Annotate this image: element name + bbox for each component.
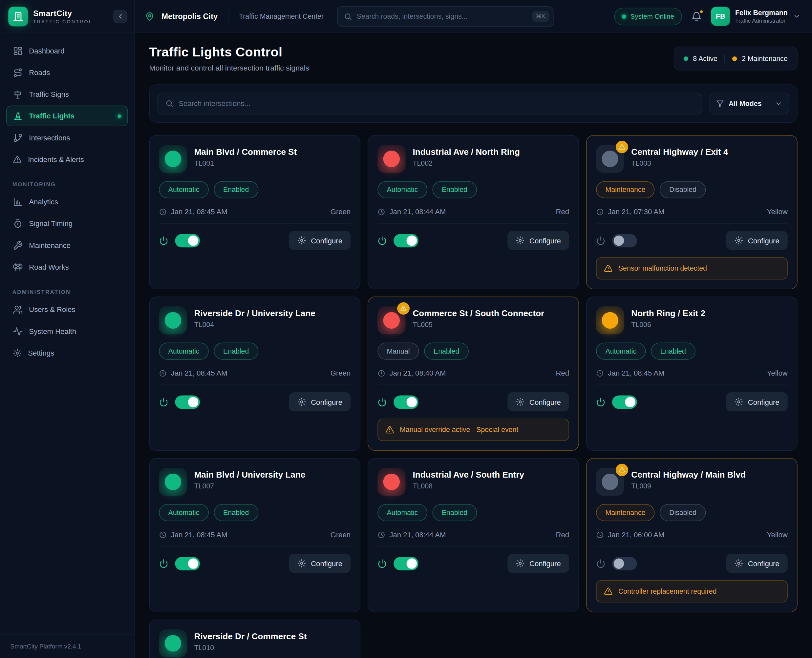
sidebar-item-signal-timing[interactable]: Signal Timing: [6, 213, 128, 234]
alert-text: Manual override active - Special event: [400, 426, 518, 434]
global-search[interactable]: ⌘K: [337, 6, 554, 27]
sidebar-item-road-works[interactable]: Road Works: [6, 257, 128, 277]
power-icon: [159, 236, 168, 245]
system-status-badge: System Online: [614, 8, 682, 25]
sidebar-collapse-button[interactable]: [113, 9, 127, 23]
signal-id: TL001: [194, 160, 297, 167]
sidebar-item-settings[interactable]: Settings: [6, 343, 128, 363]
gear-icon: [516, 398, 525, 406]
clock-icon: [596, 208, 604, 216]
current-light-label: Red: [556, 369, 569, 377]
power-toggle[interactable]: [175, 233, 200, 247]
alert-icon: [13, 155, 22, 164]
power-toggle[interactable]: [394, 233, 418, 247]
card-divider: [596, 384, 788, 385]
sidebar-item-analytics[interactable]: Analytics: [6, 191, 128, 212]
sidebar-item-roads[interactable]: Roads: [6, 62, 128, 83]
configure-button[interactable]: Configure: [508, 554, 569, 573]
chevron-down-icon: [793, 13, 801, 20]
configure-button[interactable]: Configure: [726, 231, 788, 250]
configure-button[interactable]: Configure: [508, 392, 569, 411]
chevron-down-icon: [774, 100, 782, 108]
sidebar-item-system-health[interactable]: System Health: [6, 321, 128, 342]
sidebar-item-traffic-lights[interactable]: Traffic Lights: [6, 106, 128, 126]
configure-button[interactable]: Configure: [726, 554, 788, 573]
power-toggle[interactable]: [175, 557, 200, 570]
current-light-label: Red: [556, 530, 569, 539]
sidebar-item-users-roles[interactable]: Users & Roles: [6, 299, 128, 320]
users-icon: [13, 305, 23, 315]
power-icon: [596, 559, 605, 568]
clock-icon: [596, 369, 604, 377]
intersection-search-input[interactable]: [179, 99, 694, 108]
light-circle: [383, 150, 400, 167]
intersection-search[interactable]: [157, 92, 702, 114]
traffic-light-icon: [159, 468, 187, 496]
power-icon: [377, 236, 386, 245]
configure-button[interactable]: Configure: [508, 231, 569, 250]
app-title: SmartCity: [33, 9, 108, 18]
power-icon: [377, 559, 386, 568]
alert-triangle-icon: [604, 264, 613, 273]
status-badge: Enabled: [651, 343, 695, 360]
cone-icon: [13, 111, 23, 121]
power-toggle[interactable]: [612, 233, 637, 247]
warning-badge: [616, 464, 628, 476]
power-icon: [159, 559, 168, 568]
user-name: Felix Bergmann: [735, 9, 788, 17]
user-menu[interactable]: FB Felix Bergmann Traffic Administrator: [711, 7, 801, 26]
configure-button[interactable]: Configure: [726, 392, 788, 411]
configure-button[interactable]: Configure: [289, 231, 350, 250]
current-light-label: Yellow: [767, 208, 788, 216]
light-circle: [602, 150, 618, 167]
alert-triangle-icon: [604, 587, 613, 596]
configure-button[interactable]: Configure: [289, 554, 350, 573]
power-toggle[interactable]: [612, 557, 637, 570]
active-dot: [118, 114, 121, 118]
mode-badge: Automatic: [159, 343, 209, 360]
notification-dot: [699, 9, 704, 14]
mode-badge: Automatic: [377, 181, 427, 198]
sidebar-item-dashboard[interactable]: Dashboard: [6, 40, 128, 61]
sidebar-item-incidents-alerts[interactable]: Incidents & Alerts: [6, 149, 128, 169]
global-search-input[interactable]: [357, 13, 528, 20]
traffic-light-icon: [159, 630, 187, 657]
signal-id: TL004: [194, 321, 316, 329]
map-pin-icon: [145, 12, 154, 21]
sidebar-item-traffic-signs[interactable]: Traffic Signs: [6, 84, 128, 105]
card-divider: [159, 223, 350, 224]
power-toggle[interactable]: [394, 557, 418, 570]
traffic-light-icon: [596, 306, 624, 334]
configure-button[interactable]: Configure: [289, 392, 350, 411]
last-change-time: Jan 21, 08:45 AM: [608, 369, 664, 377]
warning-badge: [616, 141, 628, 153]
traffic-light-card: Commerce St / South Connector TL005 Manu…: [368, 296, 579, 451]
alert-triangle-icon: [619, 144, 625, 150]
gear-icon: [735, 236, 743, 245]
traffic-light-card: Central Highway / Main Blvd TL009 Mainte…: [586, 458, 798, 612]
status-badge: Enabled: [214, 181, 258, 198]
sidebar: SmartCity TRAFFIC CONTROL Dashboard Road…: [0, 0, 135, 658]
sidebar-item-intersections[interactable]: Intersections: [6, 127, 128, 148]
building-icon: [13, 11, 24, 22]
power-toggle[interactable]: [612, 395, 637, 409]
traffic-light-card: Industrial Ave / North Ring TL002 Automa…: [368, 135, 579, 289]
mode-filter-dropdown[interactable]: All Modes: [710, 92, 789, 114]
filter-bar: All Modes: [149, 84, 797, 123]
mode-badge: Automatic: [159, 181, 209, 198]
traffic-light-card: Industrial Ave / South Entry TL008 Autom…: [368, 458, 579, 612]
intersection-name: Industrial Ave / South Entry: [413, 470, 524, 480]
light-circle: [383, 312, 400, 328]
power-toggle[interactable]: [175, 395, 200, 409]
current-light-label: Yellow: [767, 369, 788, 377]
power-toggle[interactable]: [394, 395, 418, 409]
card-divider: [377, 223, 569, 224]
filter-icon: [716, 100, 724, 108]
sidebar-item-maintenance[interactable]: Maintenance: [6, 235, 128, 255]
notifications-button[interactable]: [690, 10, 703, 23]
status-badge: Enabled: [433, 181, 477, 198]
traffic-light-card: North Ring / Exit 2 TL006 Automatic Enab…: [586, 296, 798, 451]
barrier-icon: [13, 262, 23, 272]
last-change-time: Jan 21, 08:44 AM: [390, 530, 446, 539]
intersection-name: Riverside Dr / University Lane: [194, 308, 316, 318]
